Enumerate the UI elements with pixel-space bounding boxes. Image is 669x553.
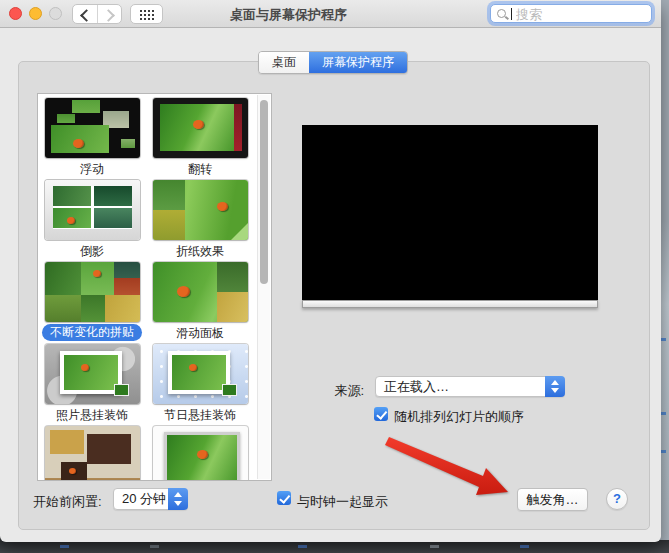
show-clock-label: 与时钟一起显示 xyxy=(297,493,388,511)
ladybug-icon xyxy=(177,286,190,297)
screen-saver-item[interactable]: 翻转 xyxy=(148,98,252,177)
screen-saver-item[interactable] xyxy=(148,426,252,481)
shuffle-checkbox[interactable] xyxy=(374,407,388,421)
ladybug-icon xyxy=(93,270,101,277)
source-popup[interactable]: 正在载入… xyxy=(375,376,565,397)
popup-stepper-icon xyxy=(168,488,188,510)
screen-saver-label: 折纸效果 xyxy=(176,244,224,259)
background-artifact xyxy=(60,545,69,548)
screen-saver-label: 不断变化的拼贴 xyxy=(42,324,142,341)
idle-time-popup[interactable]: 20 分钟 xyxy=(113,488,188,510)
ladybug-icon xyxy=(73,139,84,148)
search-icon xyxy=(497,9,506,18)
screen-saver-thumbnail xyxy=(45,98,140,158)
screenshot-stage: 桌面与屏幕保护程序 桌面 屏幕保护程序 浮动 翻转 xyxy=(0,0,669,553)
screen-saver-label: 翻转 xyxy=(188,162,212,177)
show-all-button[interactable] xyxy=(130,4,163,24)
tab-desktop[interactable]: 桌面 xyxy=(259,52,309,73)
ladybug-icon xyxy=(69,468,76,474)
screen-saver-label: 浮动 xyxy=(80,162,104,177)
hot-corners-button[interactable]: 触发角… xyxy=(517,488,588,511)
screen-saver-item[interactable]: 照片悬挂装饰 xyxy=(40,344,144,423)
chevron-right-icon xyxy=(102,9,115,22)
screen-saver-thumbnail xyxy=(45,262,140,322)
background-artifact xyxy=(298,545,307,548)
tab-group: 桌面 屏幕保护程序 xyxy=(258,51,408,74)
background-artifact xyxy=(520,545,529,548)
screen-saver-item[interactable]: 折纸效果 xyxy=(148,180,252,259)
screen-saver-thumbnail xyxy=(153,98,248,158)
saver-grid: 浮动 翻转 倒影 折纸效果 不断变化的拼贴 滑动面板 xyxy=(40,98,258,481)
screen-saver-item[interactable]: 滑动面板 xyxy=(148,262,252,341)
screen-saver-item[interactable]: 浮动 xyxy=(40,98,144,177)
screen-saver-thumbnail xyxy=(45,426,140,481)
popup-stepper-icon xyxy=(545,376,565,397)
photo-frame xyxy=(168,351,230,394)
scrollbar-thumb[interactable] xyxy=(260,100,268,284)
tab-screen-saver[interactable]: 屏幕保护程序 xyxy=(309,52,407,73)
idle-time-label: 开始前闲置: xyxy=(33,493,102,511)
screen-saver-thumbnail xyxy=(153,262,248,322)
idle-time-value: 20 分钟 xyxy=(122,490,166,508)
ladybug-icon xyxy=(67,217,75,224)
show-clock-checkbox[interactable] xyxy=(277,491,291,505)
screen-saver-item[interactable]: 倒影 xyxy=(40,180,144,259)
ladybug-icon xyxy=(197,450,208,459)
help-button[interactable]: ? xyxy=(606,488,628,510)
minimize-button[interactable] xyxy=(29,7,42,20)
ladybug-icon xyxy=(81,364,89,371)
source-popup-value: 正在载入… xyxy=(384,378,449,396)
screen-saver-label: 照片悬挂装饰 xyxy=(56,408,128,423)
screen-saver-item[interactable] xyxy=(40,426,144,481)
shuffle-label: 随机排列幻灯片的顺序 xyxy=(394,408,524,426)
source-label: 来源: xyxy=(302,382,364,400)
screen-saver-thumbnail xyxy=(153,344,248,404)
window-title: 桌面与屏幕保护程序 xyxy=(230,6,347,24)
zoom-button-disabled xyxy=(49,7,62,20)
grid-icon xyxy=(139,9,154,20)
screen-saver-item[interactable]: 节日悬挂装饰 xyxy=(148,344,252,423)
screen-saver-label: 节日悬挂装饰 xyxy=(164,408,236,423)
background-artifact xyxy=(430,545,439,548)
ladybug-icon xyxy=(193,120,204,129)
screen-saver-preview[interactable] xyxy=(302,125,598,300)
screen-saver-label: 滑动面板 xyxy=(176,326,224,341)
background-artifact xyxy=(150,545,159,548)
screen-saver-thumbnail xyxy=(45,180,140,240)
close-button[interactable] xyxy=(9,7,22,20)
search-field[interactable] xyxy=(490,4,652,23)
preferences-window: 桌面与屏幕保护程序 桌面 屏幕保护程序 浮动 翻转 xyxy=(0,0,661,542)
text-cursor xyxy=(511,8,512,20)
nav-back-forward-group xyxy=(72,4,122,24)
screen-saver-label: 倒影 xyxy=(80,244,104,259)
back-button[interactable] xyxy=(73,5,97,23)
search-input[interactable] xyxy=(514,6,648,23)
chevron-left-icon xyxy=(80,9,93,22)
ladybug-icon xyxy=(189,364,197,371)
screen-saver-item[interactable]: 不断变化的拼贴 xyxy=(40,262,144,341)
forward-button[interactable] xyxy=(97,5,122,23)
screen-saver-list: 浮动 翻转 倒影 折纸效果 不断变化的拼贴 滑动面板 xyxy=(37,93,272,481)
screen-saver-thumbnail xyxy=(45,344,140,404)
photo-frame xyxy=(60,351,122,394)
ladybug-icon xyxy=(217,202,228,211)
screen-saver-thumbnail xyxy=(153,180,248,240)
preview-base xyxy=(302,300,598,308)
list-scrollbar[interactable] xyxy=(257,95,270,479)
screen-saver-thumbnail xyxy=(153,426,248,481)
title-bar: 桌面与屏幕保护程序 xyxy=(0,0,661,28)
